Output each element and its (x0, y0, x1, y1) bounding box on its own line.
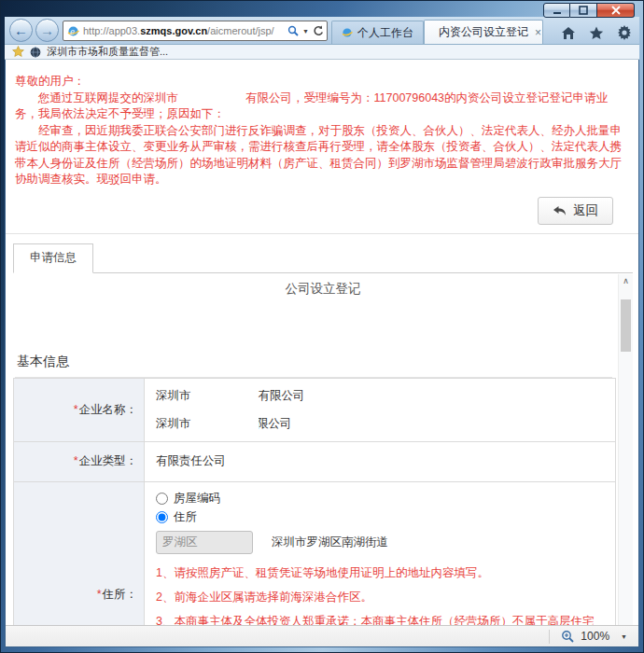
ie-icon: e (67, 25, 79, 37)
zoom-dropdown-icon[interactable]: ▼ (621, 633, 627, 640)
notice-salutation: 尊敬的用户： (15, 74, 629, 90)
company-name-line2: 深圳市有限公司 (156, 416, 606, 432)
address-note-3: 3、本商事主体及全体投资人郑重承诺：本商事主体住所（经营场所）不属于高层住宅建筑… (156, 612, 606, 626)
enterprise-type-value: 有限责任公司 (145, 441, 616, 481)
scroll-up-icon[interactable]: ∧ (619, 274, 633, 289)
tab-bar: 个人工作台 内资公司设立登记 × (331, 20, 543, 44)
redaction-blob (191, 388, 259, 402)
return-arrow-icon (553, 205, 567, 216)
statusbar-separator (549, 630, 550, 644)
maximize-icon (579, 6, 588, 15)
table-row: *住所： 房屋编码 住所 (14, 481, 616, 625)
enterprise-name-label: *企业名称： (14, 378, 145, 441)
refresh-icon[interactable] (313, 25, 324, 36)
address-bar[interactable]: e http://app03.szmqs.gov.cn/aicmerout/js… (63, 21, 328, 41)
company-name-line1: 深圳市有限公司 (156, 388, 606, 404)
table-row: *企业类型： 有限责任公司 (14, 441, 616, 481)
page-content: 尊敬的用户： 您通过互联网提交的深圳市有限公司，受理编号为：1170079604… (6, 60, 638, 625)
return-button[interactable]: 返回 (538, 197, 613, 225)
residence-radio[interactable] (156, 511, 168, 523)
ie-icon (342, 27, 353, 38)
notice-paragraph2: 经审查，因近期我委正联合公安部门进行反诈骗调查，对于股东（投资人、合伙人）、法定… (15, 123, 629, 188)
street-text: 深圳市罗湖区南湖街道 (272, 535, 388, 550)
browser-window: ← → e http://app03.szmqs.gov.cn/aicmerou… (0, 0, 644, 653)
close-button[interactable] (597, 3, 635, 18)
tab-label: 内资公司设立登记 (439, 24, 528, 40)
scrollbar-thumb[interactable] (621, 299, 631, 352)
zoom-in-icon[interactable] (561, 630, 575, 643)
table-row: *企业名称： 深圳市有限公司 深圳市有限公司 (14, 378, 616, 441)
svg-text:e: e (70, 26, 75, 35)
forward-button[interactable]: → (35, 19, 59, 42)
close-icon (611, 6, 621, 15)
status-bar: 100% ▼ (6, 625, 638, 646)
return-button-label: 返回 (573, 202, 598, 219)
url-dropdown-icon[interactable]: ▼ (302, 28, 309, 35)
gear-icon[interactable] (617, 25, 632, 40)
house-code-radio[interactable] (156, 493, 168, 505)
window-controls (543, 3, 635, 18)
enterprise-type-label: *企业类型： (14, 441, 145, 481)
maximize-button[interactable] (570, 3, 597, 18)
favorite-site-link[interactable]: 深圳市市场和质量监督管... (47, 45, 168, 59)
address-note-2: 2、前海企业区属请选择前海深港合作区。 (156, 588, 606, 607)
address-note-1: 1、请按照房产证、租赁凭证等场地使用证明上的地址内容填写。 (156, 563, 606, 583)
redaction-blob (191, 416, 259, 430)
address-value: 房屋编码 住所 深圳市罗湖区南湖街道 1、请按照房产证、 (145, 481, 616, 625)
rejection-notice: 尊敬的用户： 您通过互联网提交的深圳市有限公司，受理编号为：1170079604… (6, 60, 638, 188)
address-label: *住所： (14, 481, 145, 625)
favorites-bar: 深圳市市场和质量监督管... (5, 45, 639, 60)
residence-radio-label: 住所 (174, 509, 197, 525)
application-panel: ∧ 公司设立登记 基本信息 *企业名称： 深圳市有限公司 深圳市有限公司 *企业… (13, 272, 633, 626)
tab-label: 个人工作台 (357, 25, 413, 41)
address-notes: 1、请按照房产证、租赁凭证等场地使用证明上的地址内容填写。 2、前海企业区属请选… (156, 563, 606, 626)
favorites-star-icon[interactable] (12, 46, 24, 58)
district-input[interactable] (156, 531, 253, 554)
home-icon[interactable] (561, 26, 576, 40)
minimize-button[interactable] (543, 3, 570, 18)
back-button[interactable]: ← (9, 19, 33, 42)
minimize-icon (553, 7, 562, 15)
tab-close-icon[interactable]: × (535, 26, 541, 39)
enterprise-name-value: 深圳市有限公司 深圳市有限公司 (145, 378, 616, 441)
globe-icon (30, 47, 41, 58)
basic-info-table: *企业名称： 深圳市有限公司 深圳市有限公司 *企业类型： 有限责任公司 *住所… (13, 378, 616, 626)
tab-personal-workbench[interactable]: 个人工作台 (331, 21, 424, 44)
house-code-radio-label: 房屋编码 (174, 491, 220, 507)
zoom-level: 100% (581, 630, 609, 643)
section-basic-info: 基本信息 (15, 354, 612, 378)
form-title: 公司设立登记 (13, 273, 633, 298)
redaction-blob (178, 90, 245, 104)
navigation-bar: ← → e http://app03.szmqs.gov.cn/aicmerou… (5, 17, 639, 45)
search-icon[interactable] (287, 25, 299, 36)
tab-company-registration[interactable]: 内资公司设立登记 × (424, 20, 543, 44)
notice-line1: 您通过互联网提交的深圳市有限公司，受理编号为：11700796043的内资公司设… (15, 90, 629, 123)
star-icon[interactable] (589, 26, 604, 40)
url-text: http://app03.szmqs.gov.cn/aicmerout/jsp/ (83, 25, 287, 36)
panel-scrollbar[interactable]: ∧ (618, 274, 633, 626)
tab-application-info[interactable]: 申请信息 (13, 243, 93, 273)
